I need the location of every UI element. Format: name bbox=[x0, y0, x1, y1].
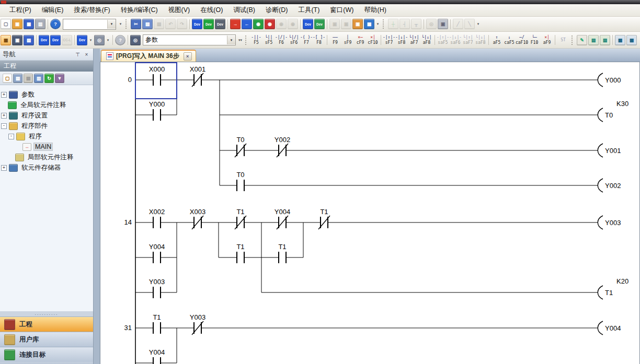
horizontal-line-button[interactable]: ──F9 bbox=[329, 33, 341, 47]
tree-item-MAIN[interactable]: ↔MAIN bbox=[0, 142, 93, 152]
tree-item-程序[interactable]: -程序 bbox=[0, 131, 93, 142]
pulse-negate-1-button[interactable]: -|↑|-saF5 bbox=[437, 33, 449, 47]
menu-item-0[interactable]: 工程(P) bbox=[4, 4, 37, 16]
sampling-trace-button[interactable]: ╥ bbox=[411, 19, 421, 29]
find-target-combo-dropdown-icon[interactable]: ▼ bbox=[227, 36, 235, 44]
copy-data-button[interactable]: ▤ bbox=[13, 74, 22, 83]
work-window-button[interactable]: ▤ bbox=[24, 35, 34, 45]
ladder-editor-canvas[interactable]: 01431X000X001Y000T0Y002T0X002X003T1Y004T… bbox=[100, 62, 640, 364]
tree-item-软元件存储器[interactable]: +软元件存储器 bbox=[0, 162, 93, 173]
menu-item-9[interactable]: 窗口(W) bbox=[325, 4, 359, 16]
open-branch-button[interactable]: └||sF5 bbox=[262, 33, 275, 47]
device-list-button[interactable]: Dev bbox=[50, 35, 61, 45]
delete-line-button[interactable]: ×│aF9 bbox=[541, 33, 553, 47]
tree-item-局部软元件注释[interactable]: 局部软元件注释 bbox=[0, 152, 93, 162]
toolbar1-overflow-2-button[interactable]: ▾ bbox=[475, 18, 481, 30]
connection-destination-nav-button[interactable]: 连接目标 bbox=[0, 347, 93, 362]
new-project-button[interactable]: ▢ bbox=[1, 19, 11, 29]
quick-find-combo[interactable]: ▼ bbox=[63, 19, 116, 30]
transfer-setup-button[interactable]: ▣ bbox=[352, 19, 363, 29]
toolbar-grip[interactable] bbox=[125, 19, 128, 29]
contact-T1-nc[interactable]: T1 bbox=[318, 208, 330, 229]
cut-button[interactable]: ✂ bbox=[131, 19, 141, 29]
contact-T1-no[interactable]: T1 bbox=[153, 313, 161, 334]
monitor-stop-button[interactable]: ◉ bbox=[265, 19, 275, 29]
device-monitor-button[interactable]: Dev bbox=[203, 19, 214, 29]
contact-T0-nc[interactable]: T0 bbox=[235, 136, 246, 157]
coil-Y001[interactable]: Y001 bbox=[598, 144, 621, 157]
close-icon[interactable]: × bbox=[83, 51, 90, 58]
statement-contact-button[interactable]: ▤ bbox=[588, 35, 599, 45]
contact-Y004-nc[interactable]: Y004 bbox=[275, 208, 290, 229]
contact-X003-nc[interactable]: X003 bbox=[190, 208, 205, 229]
help-button[interactable]: ? bbox=[50, 19, 61, 29]
expand-icon[interactable]: + bbox=[1, 165, 7, 171]
monitor-start-button[interactable]: ◉ bbox=[253, 19, 264, 29]
menu-item-7[interactable]: 诊断(D) bbox=[260, 4, 293, 16]
expand-icon[interactable]: + bbox=[1, 113, 7, 119]
collapse-icon[interactable]: - bbox=[1, 123, 7, 129]
coil-Y003[interactable]: Y003 bbox=[598, 216, 621, 229]
device-ccl-button[interactable]: CC-L bbox=[62, 35, 72, 45]
paste-data-button[interactable]: ▤ bbox=[24, 74, 33, 83]
collapse-icon[interactable]: - bbox=[8, 134, 14, 139]
contact-T1-no[interactable]: T1 bbox=[278, 243, 286, 263]
contact-T0-no[interactable]: T0 bbox=[236, 171, 244, 191]
delete-horizontal-button[interactable]: ×─cF9 bbox=[354, 33, 367, 47]
scan-time-button[interactable]: ╱ bbox=[453, 19, 463, 29]
tab-main-program[interactable]: [PRG]写入 MAIN 36步 × bbox=[101, 50, 196, 62]
toolbar2-overflow-button[interactable]: ▾▾ bbox=[237, 34, 243, 46]
redo-button[interactable]: ↷ bbox=[177, 19, 187, 29]
device-test-button[interactable]: ◎ bbox=[426, 19, 437, 29]
rising-pulse-branch-button[interactable]: └|↑|aF7 bbox=[408, 33, 420, 47]
sidebar-splitter[interactable]: .......... bbox=[0, 311, 93, 316]
contact-X000-no[interactable]: X000 bbox=[149, 65, 165, 86]
find-button[interactable]: ◎ bbox=[130, 35, 141, 45]
vertical-line-button[interactable]: │sF9 bbox=[341, 33, 354, 47]
device-display-2-button[interactable]: Dev bbox=[314, 19, 325, 29]
coil-T1[interactable]: T1K20 bbox=[598, 277, 628, 299]
toolbar-grip[interactable] bbox=[572, 36, 574, 45]
menu-item-6[interactable]: 调试(B) bbox=[228, 4, 260, 16]
menu-item-1[interactable]: 编辑(E) bbox=[37, 4, 69, 16]
navigation-window-toggle[interactable]: ▦ bbox=[1, 35, 11, 45]
tree-item-全局软元件注释[interactable]: 全局软元件注释 bbox=[0, 100, 93, 110]
help-2-button[interactable]: ? bbox=[115, 35, 125, 45]
save-project-button[interactable]: ▦ bbox=[24, 19, 34, 29]
pulse-negate-branch-2-button[interactable]: └|↓|saF8 bbox=[474, 33, 487, 47]
contact-Y004-no[interactable]: Y004 bbox=[149, 348, 165, 364]
project-nav-button[interactable]: 工程 bbox=[0, 316, 93, 332]
write-to-plc-button[interactable]: → bbox=[230, 19, 241, 29]
tree-item-参数[interactable]: +参数 bbox=[0, 89, 93, 100]
data-info-button[interactable]: ▥ bbox=[34, 74, 43, 83]
print-button[interactable]: ▥ bbox=[35, 19, 45, 29]
device-search-button[interactable]: ◎ bbox=[94, 35, 105, 45]
remote-stop-button[interactable]: ▣ bbox=[341, 19, 351, 29]
toolbar-grip[interactable] bbox=[383, 19, 385, 29]
refresh-button[interactable]: ↻ bbox=[44, 74, 54, 83]
remote-operation-button[interactable]: ▣ bbox=[329, 19, 340, 29]
device-write-button[interactable]: Dev bbox=[192, 19, 202, 29]
pulse-negate-branch-1-button[interactable]: └|↑|saF7 bbox=[462, 33, 474, 47]
undo-button[interactable]: ↶ bbox=[165, 19, 176, 29]
tree-item-程序设置[interactable]: +程序设置 bbox=[0, 110, 93, 121]
device-display-menu-button[interactable]: Dev bbox=[77, 35, 87, 45]
statement-coil-button[interactable]: ▤ bbox=[600, 35, 610, 45]
contact-X001-nc[interactable]: X001 bbox=[190, 65, 205, 87]
coil-Y004[interactable]: Y004 bbox=[598, 321, 621, 335]
screen-monitor-button[interactable]: ▦ bbox=[364, 19, 374, 29]
open-contact-button[interactable]: -||-F5 bbox=[250, 33, 262, 47]
expand-icon[interactable]: + bbox=[1, 92, 7, 98]
menu-item-4[interactable]: 视图(V) bbox=[163, 4, 196, 16]
pulse-negate-2-button[interactable]: -|↓|-saF6 bbox=[449, 33, 462, 47]
contact-T1-nc[interactable]: T1 bbox=[235, 208, 246, 229]
edit-ladder-button[interactable]: ✎ bbox=[577, 35, 587, 45]
contact-Y003-no[interactable]: Y003 bbox=[149, 278, 165, 298]
paste-button[interactable]: ▤ bbox=[154, 19, 164, 29]
coil-T0[interactable]: T0K30 bbox=[598, 100, 628, 122]
contact-Y002-nc[interactable]: Y002 bbox=[275, 136, 290, 157]
menu-item-10[interactable]: 帮助(H) bbox=[359, 4, 391, 16]
forced-io-button[interactable]: ▣ bbox=[438, 19, 448, 29]
menu-item-3[interactable]: 转换/编译(C) bbox=[116, 4, 163, 16]
step-run-button[interactable]: ╲ bbox=[464, 19, 475, 29]
